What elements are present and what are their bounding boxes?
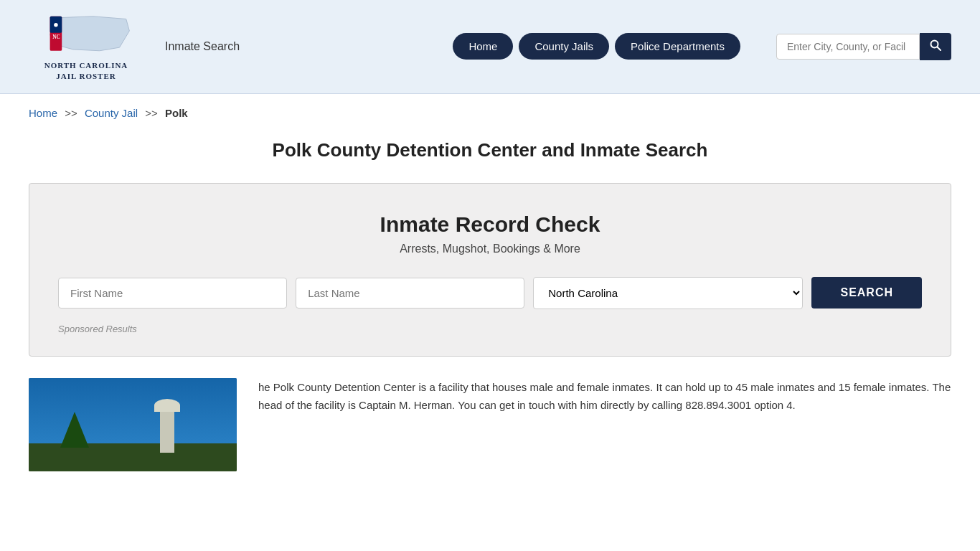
- record-search-row: AlabamaAlaskaArizonaArkansasCaliforniaCo…: [58, 277, 922, 309]
- breadcrumb-sep2: >>: [145, 107, 158, 119]
- header-search-input[interactable]: [776, 34, 920, 60]
- bottom-section: he Polk County Detention Center is a fac…: [29, 378, 951, 493]
- svg-marker-0: [50, 17, 130, 51]
- nav-home-button[interactable]: Home: [453, 33, 513, 60]
- logo-text: NORTH CAROLINA JAIL ROSTER: [44, 60, 128, 83]
- record-check-subtitle: Arrests, Mugshot, Bookings & More: [58, 242, 922, 255]
- header-search-button[interactable]: [920, 33, 951, 60]
- last-name-input[interactable]: [296, 278, 524, 309]
- facility-description: he Polk County Detention Center is a fac…: [258, 378, 951, 471]
- breadcrumb: Home >> County Jail >> Polk: [0, 94, 980, 132]
- main-nav: Home County Jails Police Departments: [453, 33, 740, 60]
- facility-image: [29, 378, 237, 471]
- logo-area: NC NORTH CAROLINA JAIL ROSTER: [29, 11, 143, 83]
- page-title: Polk County Detention Center and Inmate …: [29, 139, 951, 161]
- sponsored-label: Sponsored Results: [58, 324, 922, 334]
- header-search-area: [776, 33, 951, 60]
- search-icon: [930, 39, 941, 51]
- nav-county-jails-button[interactable]: County Jails: [519, 33, 609, 60]
- logo-map: NC: [47, 11, 126, 57]
- record-check-title: Inmate Record Check: [58, 212, 922, 237]
- breadcrumb-county-jail-link[interactable]: County Jail: [85, 107, 138, 119]
- inmate-search-label: Inmate Search: [165, 40, 240, 53]
- svg-text:NC: NC: [52, 34, 60, 40]
- header: NC NORTH CAROLINA JAIL ROSTER Inmate Sea…: [0, 0, 980, 94]
- breadcrumb-sep1: >>: [65, 107, 77, 119]
- svg-line-6: [938, 47, 941, 50]
- svg-point-3: [54, 23, 58, 27]
- state-select[interactable]: AlabamaAlaskaArizonaArkansasCaliforniaCo…: [533, 277, 803, 309]
- breadcrumb-home-link[interactable]: Home: [29, 107, 57, 119]
- nav-police-departments-button[interactable]: Police Departments: [615, 33, 740, 60]
- breadcrumb-current: Polk: [165, 107, 188, 119]
- first-name-input[interactable]: [58, 278, 287, 309]
- record-check-box: Inmate Record Check Arrests, Mugshot, Bo…: [29, 183, 951, 357]
- record-search-button[interactable]: SEARCH: [811, 277, 922, 309]
